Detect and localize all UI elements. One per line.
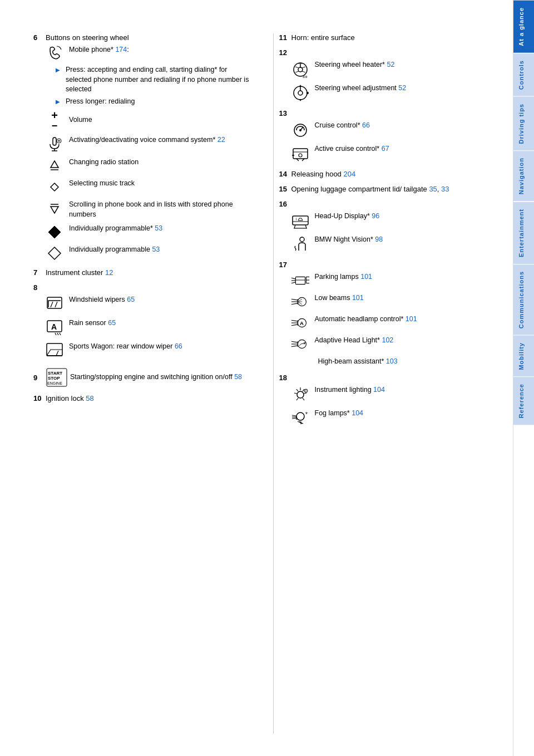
svg-marker-10 [51,207,58,213]
section-number-15: 15 [279,185,289,193]
hud-text: Head-Up Display* 96 [315,212,380,222]
fog-lamps-text: Fog lamps* 104 [315,409,364,419]
sidebar: At a glance Controls Driving tips Naviga… [513,0,534,756]
steering-heater-text: Steering wheel heater* 52 [315,60,395,70]
sidebar-tab-communications[interactable]: Communications [513,264,534,335]
svg-text:START: START [48,371,62,376]
svg-marker-6 [51,161,58,168]
sub-item-night-vision: BMW Night Vision* 98 [290,235,497,254]
sidebar-tab-reference[interactable]: Reference [513,376,534,425]
sub-item-auto-headlamp: A Automatic headlamp control* 101 [290,315,497,331]
sidebar-tab-navigation[interactable]: Navigation [513,150,534,201]
section-10: 10 Ignition lock 58 [33,394,251,402]
svg-text:ENGINE: ENGINE [47,381,62,385]
sub-item-steering-adjust: Steering wheel adjustment 52 [290,84,497,102]
volume-icon: + − [44,110,65,131]
sub-item-hud: i Head-Up Display* 96 [290,212,497,230]
cruise-text: Cruise control* 66 [315,121,370,131]
section-number-10: 10 [33,394,43,402]
svg-line-77 [296,398,298,400]
bullet-text-2: Press longer: redialing [66,97,135,107]
bullet-1: ▶ Press: accepting and ending call, star… [56,65,251,95]
svg-line-59 [291,320,297,321]
voice-text: Activating/deactivating voice command sy… [69,135,225,145]
section-18: 18 [279,374,497,428]
adaptive-head-icon [290,336,310,352]
wipers-text: Windshield wipers 65 [69,295,135,305]
svg-point-40 [300,237,304,242]
sub-item-low-beams: Low beams 101 [290,293,497,310]
section-number-16: 16 [279,200,289,208]
svg-line-33 [300,127,303,130]
section-11: 11 Horn: entire surface [279,33,497,42]
active-cruise-text: Active cruise control* 67 [315,144,389,154]
prog-outline-text: Individually programmable 53 [69,245,160,255]
bullet-arrow-1: ▶ [56,66,62,74]
svg-line-76 [294,393,297,394]
section-number-18: 18 [279,374,289,382]
svg-text:A: A [300,320,304,326]
instrument-lighting-icon [290,385,310,404]
svg-line-51 [291,299,297,300]
section-title-15: Opening luggage compartment lid/ tailgat… [291,185,449,193]
svg-line-73 [304,393,306,394]
phone-icon [44,45,65,61]
svg-point-35 [299,154,302,157]
prog-filled-text: Individually programmable* 53 [69,224,162,234]
svg-point-64 [298,340,306,348]
low-beams-text: Low beams 101 [315,293,364,303]
plus-sign: + [51,110,58,121]
section-title-10: Ignition lock 58 [46,394,94,402]
svg-marker-28 [299,85,301,87]
section-number-6: 6 [33,33,43,42]
sub-item-fog-lamps: * Fog lamps* 104 [290,409,497,428]
section-number-14: 14 [279,170,289,178]
svg-marker-29 [299,99,301,101]
section-number-11: 11 [279,33,289,42]
sidebar-tab-at-a-glance[interactable]: At a glance [513,0,534,53]
section-12: 12 [279,48,497,102]
svg-point-23 [298,67,303,72]
sidebar-tab-controls[interactable]: Controls [513,53,534,96]
section-6: 6 Buttons on steering wheel Mobile phone… [33,33,251,262]
hud-icon: i [290,212,310,230]
sub-item-prog-outline: Individually programmable 53 [44,245,251,262]
steering-heater-icon [290,60,310,79]
svg-line-83 [292,418,296,419]
sub-item-instrument-lighting: Instrument lighting 104 [290,385,497,404]
section-title-6: Buttons on steering wheel [46,33,129,42]
night-vision-icon [290,235,310,254]
sidebar-tab-mobility[interactable]: Mobility [513,335,534,377]
rain-sensor-icon: A [44,318,65,337]
start-stop-icon: START STOP ENGINE [46,367,68,387]
section-number-17: 17 [279,261,289,269]
rear-wiper-icon [44,342,65,361]
rear-wiper-text: Sports Wagon: rear window wiper 66 [69,342,182,352]
parking-lamps-icon [290,272,310,289]
svg-line-41 [291,278,295,279]
section-7: 7 Instrument cluster 12 [33,268,251,277]
fog-lamps-icon: * [290,409,310,428]
svg-line-53 [291,303,297,305]
auto-headlamp-text: Automatic headlamp control* 101 [315,315,417,325]
section-title-7: Instrument cluster 12 [46,268,113,277]
section-16: 16 i [279,200,497,254]
svg-text:STOP: STOP [48,376,60,381]
music-icon [44,179,65,195]
svg-rect-0 [53,138,56,145]
sub-item-voice: Activating/deactivating voice command sy… [44,135,251,153]
svg-line-43 [291,282,295,283]
sub-item-radio-down: Scrolling in phone book and in lists wit… [44,200,251,219]
sub-item-volume: + − Volume [44,110,251,131]
instrument-lighting-text: Instrument lighting 104 [315,385,385,395]
sidebar-tab-entertainment[interactable]: Entertainment [513,202,534,264]
phone-bullets: ▶ Press: accepting and ending call, star… [56,65,251,106]
diamond-filled-icon [44,224,65,240]
windshield-wipers-icon [44,295,65,314]
sub-item-active-cruise: Active cruise control* 67 [290,144,497,163]
section-14: 14 Releasing hood 204 [279,170,497,178]
radio-up-text: Changing radio station [69,158,139,168]
svg-text:i: i [296,217,297,221]
night-vision-text: BMW Night Vision* 98 [315,235,383,245]
sidebar-tab-driving-tips[interactable]: Driving tips [513,96,534,151]
